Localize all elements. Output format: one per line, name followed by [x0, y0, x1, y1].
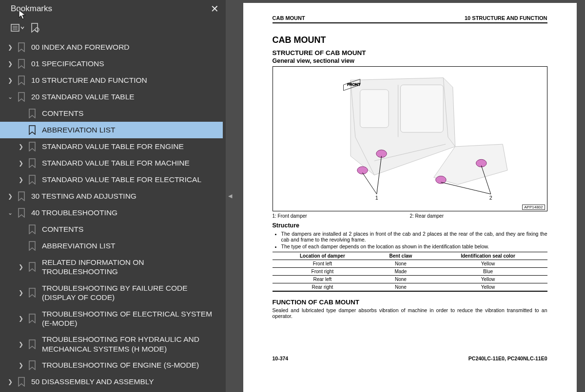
damper-table: Location of damperBent clawIdentificatio…	[273, 252, 547, 292]
chevron-icon[interactable]: ❯	[18, 315, 24, 322]
find-bookmark-icon[interactable]	[30, 22, 40, 33]
bookmark-icon	[28, 339, 37, 349]
bookmark-item[interactable]: ❯TROUBLESHOOTING OF ENGINE (S-MODE)	[0, 357, 223, 373]
bookmark-item[interactable]: ❯TROUBLESHOOTING OF ELECTRICAL SYSTEM (E…	[0, 306, 223, 332]
svg-point-12	[435, 176, 446, 184]
header-right: 10 STRUCTURE AND FUNCTION	[465, 15, 547, 21]
page-h3: General view, sectional view	[273, 57, 547, 64]
bookmark-tree[interactable]: ❯00 INDEX AND FOREWORD❯01 SPECIFICATIONS…	[0, 39, 226, 392]
bookmark-label: TROUBLESHOOTING OF ELECTRICAL SYSTEM (E-…	[42, 309, 218, 328]
bookmark-label: ABBREVIATION LIST	[42, 241, 218, 250]
bookmark-icon	[18, 191, 26, 201]
bookmark-label: RELATED INFORMATION ON TROUBLESHOOTING	[42, 258, 218, 277]
close-icon[interactable]: ✕	[211, 3, 219, 15]
bookmark-label: 00 INDEX AND FOREWORD	[31, 42, 218, 52]
bookmark-label: TROUBLESHOOTING FOR HYDRAULIC AND MECHAN…	[42, 335, 218, 354]
bookmark-icon	[28, 262, 37, 272]
chevron-icon[interactable]: ❯	[7, 378, 14, 385]
bookmark-item[interactable]: ABBREVIATION LIST	[0, 238, 223, 254]
cab-diagram: FRONT 1 2	[277, 71, 543, 204]
svg-point-4	[35, 28, 39, 32]
chevron-icon[interactable]: ⌄	[7, 209, 14, 216]
svg-line-15	[362, 173, 376, 194]
bookmark-item[interactable]: CONTENTS	[0, 221, 223, 238]
bookmark-label: 50 DISASSEMBLY AND ASSEMBLY	[31, 377, 218, 386]
bookmark-label: STANDARD VALUE TABLE FOR MACHINE	[42, 158, 218, 168]
bookmark-item[interactable]: ❯TROUBLESHOOTING BY FAILURE CODE (DISPLA…	[0, 280, 223, 306]
bookmark-item[interactable]: CONTENTS	[0, 105, 223, 122]
bookmark-label: ABBREVIATION LIST	[42, 125, 218, 134]
structure-bullets: The dampers are installed at 2 places in…	[273, 231, 547, 249]
bookmark-item[interactable]: ❯01 SPECIFICATIONS	[0, 56, 223, 72]
bookmark-label: 40 TROUBLESHOOTING	[31, 208, 218, 217]
svg-line-17	[441, 182, 490, 194]
page-number: 10-374	[273, 355, 289, 361]
chevron-icon[interactable]: ❯	[18, 160, 24, 167]
page-h1: CAB MOUNT	[273, 35, 547, 45]
bookmark-label: STANDARD VALUE TABLE FOR ENGINE	[42, 142, 218, 151]
bookmark-icon	[18, 75, 26, 85]
bookmarks-panel: Bookmarks ✕ ❯00 INDEX AND FOREWORD❯01 SP…	[0, 0, 226, 392]
document-viewer[interactable]: CAB MOUNT 10 STRUCTURE AND FUNCTION CAB …	[234, 0, 585, 392]
collapse-handle[interactable]: ◀	[226, 0, 234, 392]
figure-id: APP14802	[522, 205, 545, 210]
bookmark-item[interactable]: ❯00 INDEX AND FOREWORD	[0, 39, 223, 56]
bookmark-icon	[18, 42, 26, 52]
bookmark-label: STANDARD VALUE TABLE FOR ELECTRICAL	[42, 175, 218, 184]
page-h2: STRUCTURE OF CAB MOUNT	[273, 49, 547, 56]
bookmark-icon	[28, 175, 37, 185]
bookmark-item[interactable]: ❯STANDARD VALUE TABLE FOR ENGINE	[0, 138, 223, 155]
bookmark-item[interactable]: ❯RELATED INFORMATION ON TROUBLESHOOTING	[0, 254, 223, 280]
bookmark-label: TROUBLESHOOTING OF ENGINE (S-MODE)	[42, 360, 218, 370]
bookmark-label: TROUBLESHOOTING BY FAILURE CODE (DISPLAY…	[42, 283, 218, 302]
chevron-icon[interactable]: ❯	[7, 77, 14, 84]
bookmark-icon	[18, 377, 26, 387]
chevron-icon[interactable]: ❯	[18, 289, 24, 296]
caption-1: 1: Front damper	[273, 213, 410, 219]
model-number: PC240LC-11E0, PC240NLC-11E0	[468, 355, 547, 361]
panel-title: Bookmarks	[11, 4, 52, 14]
chevron-icon[interactable]: ❯	[18, 341, 24, 348]
svg-rect-5	[360, 90, 389, 128]
svg-text:1: 1	[375, 195, 378, 201]
bookmark-item[interactable]: ❯50 DISASSEMBLY AND ASSEMBLY	[0, 373, 223, 390]
bookmark-item[interactable]: ❯10 STRUCTURE AND FUNCTION	[0, 72, 223, 89]
function-text: Sealed and lubricated type damper absorb…	[273, 307, 547, 319]
bookmark-label: 10 STRUCTURE AND FUNCTION	[31, 75, 218, 85]
chevron-icon[interactable]: ❯	[18, 176, 24, 183]
bookmark-icon	[28, 314, 37, 323]
chevron-icon[interactable]: ❯	[7, 44, 14, 51]
bookmark-icon	[18, 92, 26, 102]
chevron-icon[interactable]: ❯	[18, 263, 24, 270]
bookmark-item[interactable]: ❯60 MAINTENANCE STANDARD	[0, 390, 223, 392]
bookmark-item[interactable]: ABBREVIATION LIST	[0, 122, 223, 138]
bookmark-item[interactable]: ❯STANDARD VALUE TABLE FOR ELECTRICAL	[0, 171, 223, 188]
bookmark-label: 30 TESTING AND ADJUSTING	[31, 191, 218, 201]
svg-text:2: 2	[489, 195, 492, 201]
bookmark-icon	[18, 59, 26, 69]
bookmark-icon	[28, 125, 37, 135]
chevron-icon[interactable]: ❯	[18, 362, 24, 369]
bookmark-icon	[28, 288, 37, 298]
bookmarks-toolbar	[0, 18, 226, 39]
bookmark-item[interactable]: ❯STANDARD VALUE TABLE FOR MACHINE	[0, 155, 223, 171]
bookmark-label: CONTENTS	[42, 224, 218, 234]
svg-rect-6	[400, 85, 443, 132]
bookmark-item[interactable]: ❯30 TESTING AND ADJUSTING	[0, 188, 223, 205]
chevron-icon[interactable]: ❯	[7, 193, 14, 200]
chevron-icon[interactable]: ⌄	[7, 93, 14, 100]
chevron-icon[interactable]: ❯	[18, 143, 24, 150]
svg-text:FRONT: FRONT	[347, 82, 360, 87]
bookmark-icon	[28, 142, 37, 151]
bookmark-item[interactable]: ❯TROUBLESHOOTING FOR HYDRAULIC AND MECHA…	[0, 331, 223, 357]
bookmark-item[interactable]: ⌄20 STANDARD VALUE TABLE	[0, 89, 223, 105]
function-heading: FUNCTION OF CAB MOUNT	[273, 299, 547, 306]
bookmark-icon	[18, 208, 26, 218]
bookmark-icon	[28, 224, 37, 234]
caption-2: 2: Rear damper	[410, 213, 444, 219]
options-icon[interactable]	[11, 23, 24, 33]
structure-heading: Structure	[273, 222, 547, 229]
bookmark-item[interactable]: ⌄40 TROUBLESHOOTING	[0, 205, 223, 221]
bookmark-icon	[28, 158, 37, 168]
chevron-icon[interactable]: ❯	[7, 60, 14, 67]
